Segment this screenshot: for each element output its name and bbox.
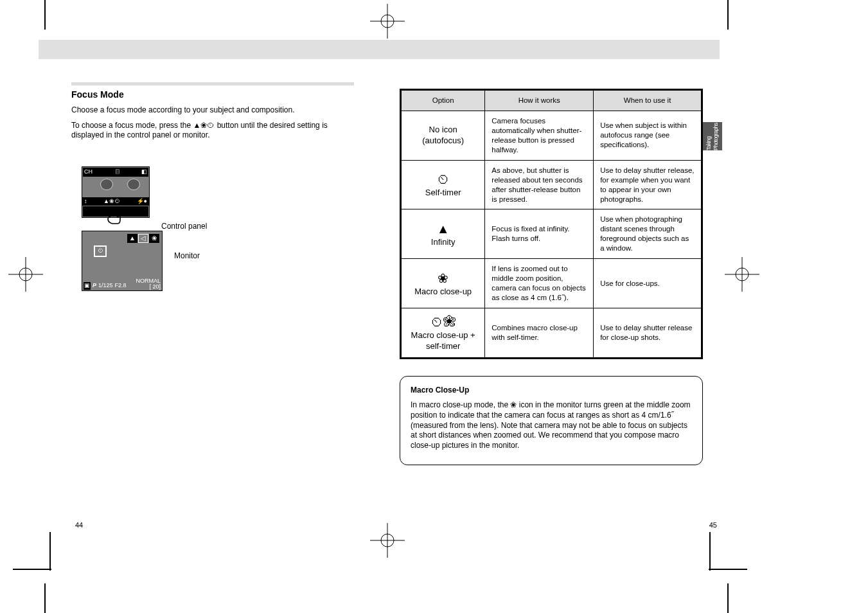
grid-icon: ⌸	[116, 168, 119, 176]
tile-macro-icon: ❀	[149, 234, 159, 243]
mode-button-glyphs-icon: ▲❀⏲	[193, 121, 215, 130]
option-macro: ❀ Macro close-up	[401, 259, 485, 308]
mode-p-label: P	[93, 282, 96, 290]
cell-use: Use when photographing distant scenes th…	[594, 209, 702, 259]
corner-mark	[13, 532, 51, 571]
crop-mark	[44, 583, 46, 613]
dial-icon	[127, 179, 140, 190]
left-column: Focus Mode Choose a focus mode according…	[71, 89, 360, 231]
table-header-use: When to use it	[594, 90, 702, 111]
ev-icon: ↕	[82, 198, 89, 206]
crop-mark	[44, 0, 46, 30]
table-header-how: How it works	[485, 90, 594, 111]
registration-mark-icon	[725, 257, 759, 292]
aperture-label: F2.8	[115, 282, 127, 290]
table-row: No icon (autofocus) Camera focuses autom…	[401, 111, 702, 160]
flower-icon: ❀	[438, 271, 448, 285]
continuous-icon: CH	[84, 168, 93, 176]
registration-mark-icon	[8, 257, 43, 292]
tile-infinity-icon: ▲	[127, 234, 137, 243]
af-area-icon: ◧	[141, 168, 147, 176]
cell-how: Camera focuses automatically when shutte…	[485, 111, 594, 160]
focus-mode-table: Option How it works When to use it No ic…	[400, 89, 703, 359]
cell-use: Use for close-ups.	[594, 259, 702, 308]
flash-icon: ⚡●	[135, 198, 149, 206]
cell-use: Use to delay shutter release for close-u…	[594, 308, 702, 358]
cell-use: Use to delay shutter release, for exampl…	[594, 160, 702, 209]
control-panel-caption: Control panel	[161, 222, 219, 232]
registration-mark-icon	[370, 523, 405, 558]
control-panel-figure: CH ⌸ ◧ ↕ ▲❀⏲ ⚡●	[82, 166, 150, 218]
tile-arrow-icon: ◁	[138, 234, 148, 243]
frames-remaining-label: [ 20]	[136, 284, 161, 290]
table-row: ⏲❀ Macro close-up + self-timer Combines …	[401, 308, 702, 358]
note-title: Macro Close-Up	[411, 386, 692, 396]
monitor-figure: ▲ ◁ ❀ ⏲ ▣ P 1/125 F2.8 NORMAL [ 20]	[82, 231, 163, 291]
mountain-icon: ▲	[437, 222, 450, 236]
cell-how: Focus is fixed at infinity. Flash turns …	[485, 209, 594, 259]
option-autofocus: No icon (autofocus)	[401, 111, 485, 160]
monitor-tiles: ▲ ◁ ❀	[127, 234, 159, 243]
section-thumb-label: Taking Photographs	[705, 122, 720, 150]
timer-badge-icon: ⏲	[94, 245, 107, 257]
dial-icon	[100, 179, 113, 190]
table-header-option: Option	[401, 90, 485, 111]
press-hand-icon	[105, 207, 125, 227]
option-self-timer: ⏲ Self-timer	[401, 160, 485, 209]
control-panel-mid-row: ↕ ▲❀⏲ ⚡●	[82, 197, 149, 206]
cell-how: Combines macro close-up with self-timer.	[485, 308, 594, 358]
macro-note-box: Macro Close-Up In macro close-up mode, t…	[400, 376, 703, 466]
crop-mark	[727, 0, 729, 30]
page-number-right: 45	[709, 520, 717, 529]
shutter-speed-label: 1/125	[98, 282, 113, 290]
aperture-priority-badge: ▣	[84, 282, 91, 290]
section-thumb-tab: Taking Photographs	[703, 122, 722, 150]
timer-icon: ⏲	[437, 172, 450, 186]
timer-flower-icon: ⏲❀	[430, 315, 456, 329]
instruction-paragraph: To choose a focus mode, press the ▲❀⏲ bu…	[71, 121, 360, 141]
chapter-header-bar	[39, 40, 720, 59]
control-panel-top-row: CH ⌸ ◧	[83, 168, 148, 177]
cell-how: If lens is zoomed out to middle zoom pos…	[485, 259, 594, 308]
option-macro-timer: ⏲❀ Macro close-up + self-timer	[401, 308, 485, 358]
focus-mode-icons: ▲❀⏲	[89, 198, 135, 206]
registration-mark-icon	[370, 4, 405, 39]
note-body: In macro close-up mode, the ❀ icon in th…	[411, 400, 692, 450]
monitor-bottom-row: ▣ P 1/125 F2.8 NORMAL [ 20]	[84, 278, 161, 290]
intro-paragraph: Choose a focus mode according to your su…	[71, 105, 360, 116]
monitor-caption: Monitor	[174, 251, 200, 262]
cell-how: As above, but shutter is released about …	[485, 160, 594, 209]
table-row: ⏲ Self-timer As above, but shutter is re…	[401, 160, 702, 209]
right-column: Option How it works When to use it No ic…	[400, 89, 703, 465]
table-row: ❀ Macro close-up If lens is zoomed out t…	[401, 259, 702, 308]
title-underline	[71, 82, 354, 85]
crop-mark	[727, 583, 729, 613]
section-title: Focus Mode	[71, 89, 360, 100]
page-number-left: 44	[75, 520, 83, 529]
corner-mark	[709, 532, 747, 571]
cell-use: Use when subject is within autofocus ran…	[594, 111, 702, 160]
option-infinity: ▲ Infinity	[401, 209, 485, 259]
table-row: ▲ Infinity Focus is fixed at infinity. F…	[401, 209, 702, 259]
